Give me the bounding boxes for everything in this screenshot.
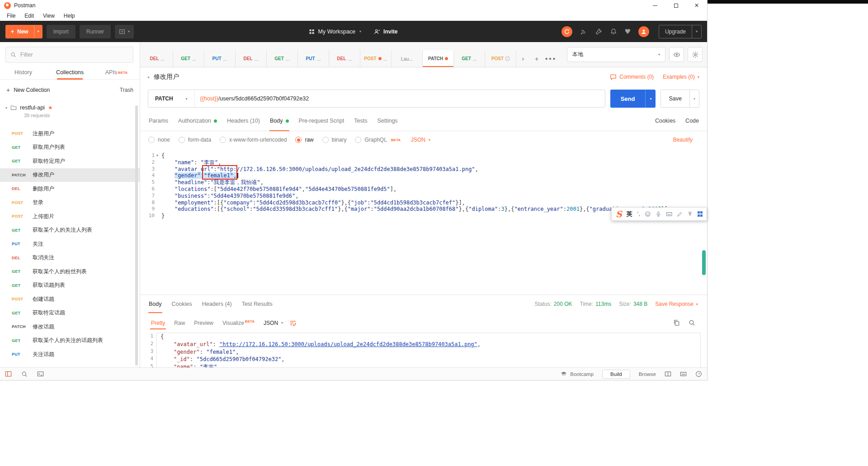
open-tab-1[interactable]: DEL... (142, 50, 173, 67)
save-response-button[interactable]: Save Response▾ (655, 301, 698, 307)
collection-item[interactable]: ▾ restful-api ★ 39 requests (0, 100, 140, 125)
environment-selector[interactable]: 本地 ▾ (567, 47, 665, 62)
sidebar-scrollbar-thumb[interactable] (135, 105, 138, 366)
send-options-caret[interactable]: ▾ (645, 90, 656, 108)
bell-icon[interactable] (610, 28, 617, 35)
response-tab-headers[interactable]: Headers (4) (197, 295, 237, 313)
keyboard-shortcuts-icon[interactable] (680, 371, 687, 377)
save-button[interactable]: Save ▾ (660, 90, 699, 108)
sidebar-tab-apis[interactable]: APIsBETA (93, 66, 140, 79)
open-tab-10[interactable]: PATCH (423, 50, 454, 67)
save-options-caret[interactable]: ▾ (689, 90, 699, 107)
filter-input[interactable] (20, 52, 128, 58)
tab-pre-request-script[interactable]: Pre-request Script (294, 111, 349, 131)
ime-punctuation-icon[interactable]: ’, (637, 211, 641, 217)
menu-file[interactable]: File (3, 12, 19, 20)
new-collection-button[interactable]: + New Collection (6, 86, 50, 94)
ime-toolbar[interactable]: S 英 ’, (611, 207, 707, 221)
invite-button[interactable]: Invite (374, 29, 397, 35)
request-item[interactable]: POST登录 (0, 196, 140, 210)
body-format-selector[interactable]: JSON ▾ (411, 137, 430, 143)
tab-settings[interactable]: Settings (372, 111, 402, 131)
bodytype-none[interactable]: none (148, 137, 170, 143)
view-raw[interactable]: Raw (170, 317, 189, 329)
open-new-button[interactable]: ▾ (115, 25, 134, 38)
search-icon[interactable] (689, 319, 695, 326)
request-item[interactable]: GET获取某个人的粉丝列表 (0, 265, 140, 279)
open-tab-8[interactable]: POST... (360, 50, 392, 67)
new-tab-button[interactable]: + (530, 50, 543, 67)
response-tab-test-results[interactable]: Test Results (237, 295, 278, 313)
minimize-button[interactable] (645, 0, 665, 11)
menu-edit[interactable]: Edit (20, 12, 38, 20)
menu-help[interactable]: Help (60, 12, 79, 20)
heart-icon[interactable]: ♥ (625, 28, 631, 36)
request-item[interactable]: GET获取特定用户 (0, 154, 140, 168)
two-pane-icon[interactable] (665, 371, 671, 377)
view-pretty[interactable]: Pretty (146, 317, 170, 329)
trash-button[interactable]: Trash (120, 87, 133, 93)
ime-collapse-icon[interactable] (687, 211, 693, 217)
copy-icon[interactable] (673, 319, 680, 326)
ime-language-mode[interactable]: 英 (627, 210, 632, 218)
bodytype-binary[interactable]: binary (322, 137, 347, 143)
fold-caret[interactable]: ▾ (155, 152, 160, 159)
response-format-selector[interactable]: JSON ▾ (264, 320, 283, 326)
request-item[interactable]: PUT关注 (0, 237, 140, 251)
tab-options-button[interactable]: ••• (543, 50, 557, 67)
wrench-icon[interactable] (595, 28, 602, 35)
maximize-button[interactable] (665, 0, 686, 11)
import-button[interactable]: Import (47, 25, 75, 38)
view-visualize[interactable]: VisualizeBETA (218, 316, 259, 329)
close-button[interactable]: ✕ (686, 0, 707, 11)
request-item[interactable]: GET获取某个人的关注人列表 (0, 223, 140, 238)
avatar[interactable] (638, 26, 649, 37)
request-collapse-caret[interactable]: ▸ (148, 75, 150, 79)
request-item[interactable]: GET获取话题列表 (0, 279, 140, 293)
open-tab-6[interactable]: PUT... (298, 50, 329, 67)
tab-body[interactable]: Body (265, 111, 294, 131)
cookies-link[interactable]: Cookies (655, 118, 675, 124)
examples-button[interactable]: Examples (0) ▾ (663, 74, 699, 80)
runner-button[interactable]: Runner (80, 25, 111, 38)
response-body-viewer[interactable]: 12345 { "avatar_url": "http://172.16.126… (143, 333, 701, 368)
sogou-logo-icon[interactable]: S (616, 210, 622, 219)
bodytype-raw[interactable]: raw (295, 137, 313, 143)
code-link[interactable]: Code (685, 118, 699, 124)
bodytype-graphql[interactable]: GraphQLBETA (355, 137, 401, 143)
upgrade-button[interactable]: Upgrade ▾ (659, 25, 702, 38)
request-item[interactable]: POST创建话题 (0, 292, 140, 306)
emoji-icon[interactable] (645, 211, 651, 217)
open-tab-11[interactable]: GET... (454, 50, 485, 67)
request-item[interactable]: PATCH修改用户 (0, 168, 140, 182)
upgrade-caret[interactable]: ▾ (692, 25, 701, 38)
open-tab-4[interactable]: DEL... (236, 50, 267, 67)
open-tab-3[interactable]: PUT... (204, 50, 236, 67)
request-item[interactable]: GET获取用户列表 (0, 141, 140, 155)
open-tab-5[interactable]: GET... (267, 50, 298, 67)
filter-box[interactable] (5, 47, 133, 63)
request-item[interactable]: GET获取某个人的关注的话题列表 (0, 334, 140, 348)
tab-scroll-right-button[interactable]: › (516, 50, 530, 67)
environment-quicklook-button[interactable] (669, 47, 684, 62)
tab-authorization[interactable]: Authorization (173, 111, 222, 131)
ime-toolbox-icon[interactable] (698, 211, 703, 217)
interceptor-satellite-icon[interactable] (580, 28, 587, 35)
bootcamp-button[interactable]: Bootcamp (561, 371, 594, 377)
request-item[interactable]: DEL取消关注 (0, 251, 140, 265)
method-selector[interactable]: PATCH ▾ (148, 90, 195, 107)
sync-button[interactable] (561, 26, 572, 37)
tab-tests[interactable]: Tests (349, 111, 372, 131)
tab-params[interactable]: Params (144, 111, 173, 131)
url-input[interactable]: {{host}}/users/5dcd665d25907b0f04792e32 (195, 90, 315, 107)
browse-toggle[interactable]: Browse (639, 371, 656, 377)
sidebar-toggle-icon[interactable] (5, 371, 12, 377)
beautify-link[interactable]: Beautify (673, 137, 699, 143)
comments-button[interactable]: Comments (0) (610, 74, 654, 81)
console-icon[interactable] (37, 371, 44, 377)
request-item[interactable]: DEL删除用户 (0, 182, 140, 196)
find-replace-icon[interactable] (21, 371, 28, 377)
open-tab-2[interactable]: GET... (173, 50, 204, 67)
response-tab-body[interactable]: Body (144, 295, 167, 313)
open-tab-12[interactable]: POST (485, 50, 516, 67)
